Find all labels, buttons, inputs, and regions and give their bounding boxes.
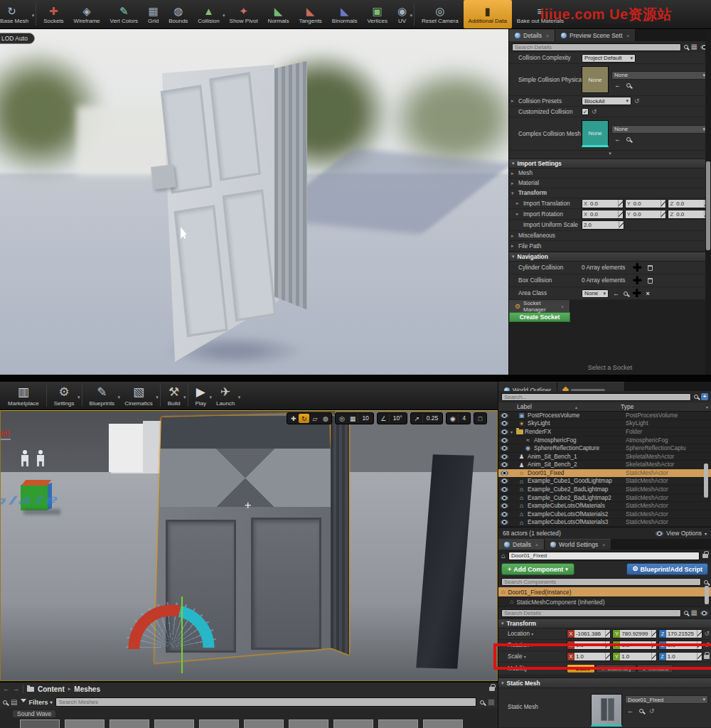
rotation-y-field[interactable]: Y0.0 bbox=[612, 641, 656, 650]
import-uniform-scale-field[interactable]: 2.0 bbox=[582, 220, 624, 230]
outliner-row[interactable]: ⌂Door01_FixedStaticMeshActor bbox=[498, 469, 711, 478]
eye-toggle[interactable] bbox=[498, 429, 510, 434]
location-x-field[interactable]: X-1061.386 bbox=[567, 629, 611, 638]
collision-complexity-dropdown[interactable]: Project Default▾ bbox=[582, 54, 636, 63]
create-socket-button[interactable]: Create Socket bbox=[509, 312, 570, 322]
browse-icon[interactable] bbox=[624, 291, 628, 296]
blueprint-add-script-button[interactable]: ⚙Blueprint/Add Script bbox=[626, 563, 708, 575]
asset-tile[interactable] bbox=[199, 719, 239, 728]
scale-tool-button[interactable]: ▱ bbox=[309, 414, 320, 423]
toolbar-button-reset-camera[interactable]: ◎Reset Camera bbox=[417, 0, 464, 28]
rotation-gizmo[interactable] bbox=[122, 596, 221, 673]
eye-toggle[interactable] bbox=[498, 446, 510, 451]
eye-toggle[interactable] bbox=[498, 462, 510, 467]
toolbar-button-tangents[interactable]: ◣Tangents bbox=[294, 0, 326, 28]
outliner-row[interactable]: ≈AtmosphericFogAtmosphericFog bbox=[498, 437, 711, 445]
asset-tile[interactable] bbox=[423, 719, 463, 728]
asset-tile[interactable] bbox=[289, 719, 328, 728]
scale-lock-icon[interactable] bbox=[704, 655, 710, 659]
mobility-movable-button[interactable]: ✚Movable bbox=[637, 664, 673, 673]
eye-toggle[interactable] bbox=[498, 438, 510, 443]
search-assets-icon[interactable] bbox=[3, 700, 7, 705]
import-translation-x[interactable]: X0.0 bbox=[582, 199, 624, 208]
tab-details[interactable]: Details× bbox=[509, 29, 555, 41]
eye-toggle[interactable] bbox=[498, 520, 510, 525]
use-asset-arrow-icon[interactable]: ← bbox=[614, 82, 621, 89]
lock-icon[interactable] bbox=[489, 687, 495, 691]
outliner-row[interactable]: ☀SkyLightSkyLight bbox=[498, 420, 711, 429]
chevron-down-icon[interactable]: ▾ bbox=[156, 395, 159, 400]
move-tool-button[interactable]: ✚ bbox=[288, 414, 299, 423]
grid-snap-value[interactable]: 10 bbox=[358, 414, 372, 423]
eye-toggle[interactable] bbox=[498, 454, 510, 459]
eye-toggle[interactable] bbox=[498, 512, 510, 517]
scale-y-field[interactable]: Y1.0 bbox=[612, 652, 656, 661]
grid-view-icon[interactable]: ▦ bbox=[691, 609, 697, 616]
search-meshes-input[interactable] bbox=[55, 697, 476, 707]
chevron-down-icon[interactable]: ▾ bbox=[32, 13, 35, 18]
grid-snap-toggle[interactable]: ▦ bbox=[347, 414, 358, 423]
rotate-tool-button[interactable]: ↻ bbox=[299, 414, 309, 423]
toolbar-button-binormals[interactable]: ◣Binormals bbox=[327, 0, 363, 28]
use-asset-arrow-icon[interactable]: ← bbox=[614, 136, 621, 143]
outliner-row[interactable]: ▾RenderFXFolder bbox=[498, 428, 711, 437]
eye-toggle[interactable] bbox=[498, 413, 510, 418]
toolbar-button-collision[interactable]: ▲Collision▾ bbox=[193, 0, 224, 28]
tab-details[interactable]: Details× bbox=[498, 539, 545, 550]
import-translation-z[interactable]: Z0.0 bbox=[668, 199, 710, 208]
trash-icon[interactable] bbox=[648, 265, 653, 271]
static-mesh-dropdown[interactable]: Door01_Fixed▾ bbox=[625, 695, 708, 704]
outliner-row[interactable]: ▣PostProcessVolumePostProcessVolume bbox=[498, 412, 711, 420]
import-translation-y[interactable]: Y0.0 bbox=[625, 199, 667, 208]
import-rotation-z[interactable]: Z0.0 bbox=[668, 210, 710, 219]
rotation-x-field[interactable]: X0.0 bbox=[567, 641, 611, 650]
toolbar-button-uv[interactable]: ◉UV▾ bbox=[392, 0, 412, 28]
outliner-row[interactable]: ⌂ExampleCubeLotsOfMaterials3StaticMeshAc… bbox=[498, 519, 711, 527]
scale-z-field[interactable]: Z1.0 bbox=[658, 652, 702, 661]
toolbar-button-cinematics[interactable]: ▧Cinematics▾ bbox=[119, 382, 158, 410]
browse-icon[interactable] bbox=[639, 709, 643, 713]
lod-button[interactable]: LOD Auto bbox=[0, 33, 35, 44]
toolbar-button-reimport-base-mesh[interactable]: ↻rt Base Mesh▾ bbox=[0, 0, 33, 28]
camera-speed-icon[interactable]: ◉ bbox=[447, 414, 458, 423]
world-local-toggle[interactable]: ◍ bbox=[320, 414, 331, 423]
toolbar-button-marketplace[interactable]: ▥Marketplace bbox=[3, 382, 44, 410]
tab-clipped[interactable] bbox=[557, 382, 625, 391]
reset-icon[interactable]: ↺ bbox=[704, 631, 710, 637]
lock-icon[interactable] bbox=[702, 554, 708, 558]
outliner-row[interactable]: ◉SphereReflectionCaptureSphereReflection… bbox=[498, 444, 711, 453]
outliner-row[interactable]: ♟Anim_Sit_Bench_2SkeletalMeshActor bbox=[498, 461, 711, 469]
filters-button[interactable]: Filters▾ bbox=[21, 699, 52, 706]
customized-collision-checkbox[interactable]: ✓ bbox=[582, 108, 589, 115]
back-icon[interactable]: ← bbox=[3, 685, 9, 692]
toolbar-button-wireframe[interactable]: ◈Wireframe bbox=[69, 0, 105, 28]
eye-toggle[interactable] bbox=[498, 471, 510, 476]
eye-toggle[interactable] bbox=[498, 503, 510, 508]
gizmo-green-axis[interactable] bbox=[181, 596, 183, 673]
toolbar-button-additional-data[interactable]: ▮Additional Data bbox=[464, 0, 512, 28]
asset-tile[interactable] bbox=[378, 719, 418, 728]
surface-snap-button[interactable]: ◎ bbox=[336, 414, 347, 423]
asset-tile[interactable] bbox=[244, 719, 284, 728]
grid-view-icon[interactable]: ▦ bbox=[691, 43, 697, 50]
static-mesh-header[interactable]: ▾Static Mesh bbox=[498, 678, 711, 688]
new-folder-icon[interactable]: + bbox=[701, 393, 708, 400]
chevron-down-icon[interactable]: ▾ bbox=[183, 395, 186, 400]
outliner-row[interactable]: ⌂Example_Cube2_BadLightmapStaticMeshActo… bbox=[498, 486, 711, 494]
rotation-snap-value[interactable]: 10° bbox=[389, 414, 406, 423]
simple-collision-dropdown[interactable]: None▾ bbox=[611, 71, 708, 80]
outliner-scrollbar-thumb[interactable] bbox=[704, 464, 708, 498]
trash-icon[interactable] bbox=[648, 278, 653, 284]
location-y-field[interactable]: Y780.92999 bbox=[612, 629, 656, 638]
toolbar-button-sockets[interactable]: ✚Sockets bbox=[38, 0, 68, 28]
toolbar-button-normals[interactable]: ◣Normals bbox=[263, 0, 294, 28]
reset-icon[interactable]: ↺ bbox=[634, 98, 640, 105]
outliner-row[interactable]: ♟Anim_Sit_Bench_1SkeletalMeshActor bbox=[498, 453, 711, 461]
actor-name-input[interactable] bbox=[508, 552, 700, 560]
chevron-down-icon[interactable]: ▾ bbox=[410, 13, 412, 18]
chevron-down-icon[interactable]: ▾ bbox=[238, 395, 241, 400]
transform-header[interactable]: ▾Transform bbox=[498, 619, 711, 628]
tab-socket-manager[interactable]: ⚙ Socket Manager× bbox=[509, 300, 570, 312]
reset-icon[interactable]: ↺ bbox=[704, 642, 710, 648]
scale-snap-value[interactable]: 0.25 bbox=[422, 414, 442, 423]
